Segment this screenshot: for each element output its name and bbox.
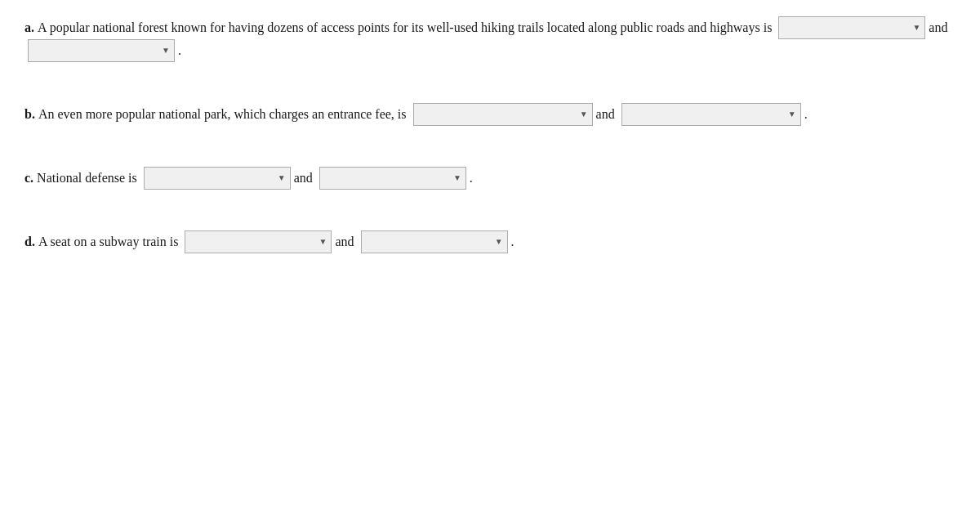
question-a: a. A popular national forest known for h… [24,16,956,62]
question-d-select1[interactable] [185,230,332,253]
question-a-connector: and [929,17,947,38]
question-c-label: c. [24,168,33,189]
question-a-dropdown1[interactable]: ▼ [778,16,925,39]
question-d-dropdown2[interactable]: ▼ [361,230,508,253]
question-b-period: . [804,104,808,125]
question-b-dropdown1[interactable]: ▼ [413,103,593,126]
question-a-select1[interactable] [778,16,925,39]
question-d-select2[interactable] [361,230,508,253]
question-c-dropdown1[interactable]: ▼ [144,167,291,190]
question-a-dropdown2[interactable]: ▼ [28,39,175,62]
question-c-select1[interactable] [144,167,291,190]
question-d-dropdown1[interactable]: ▼ [185,230,332,253]
question-d-label: d. [24,231,35,253]
question-c-prefix: National defense is [37,168,137,189]
question-d-period: . [511,231,514,253]
question-b-select1[interactable] [413,103,593,126]
question-b-connector: and [596,104,615,125]
question-b: b. An even more popular national park, w… [24,103,956,126]
question-b-select2[interactable] [621,103,801,126]
question-c-period: . [470,168,473,189]
question-c-connector: and [294,168,313,189]
question-a-label: a. [24,17,34,38]
question-b-dropdown2[interactable]: ▼ [621,103,801,126]
question-b-label: b. [24,104,35,125]
question-c-select2[interactable] [319,167,466,190]
question-a-period: . [178,40,181,61]
question-c-dropdown2[interactable]: ▼ [319,167,466,190]
question-a-select2[interactable] [28,39,175,62]
question-b-prefix: An even more popular national park, whic… [38,104,407,125]
question-d-connector: and [335,231,354,253]
question-a-prefix: A popular national forest known for havi… [38,17,772,38]
question-c: c. National defense is ▼ and ▼ . [24,167,956,190]
question-d: d. A seat on a subway train is ▼ and ▼ . [24,230,956,253]
question-d-prefix: A seat on a subway train is [38,231,179,253]
